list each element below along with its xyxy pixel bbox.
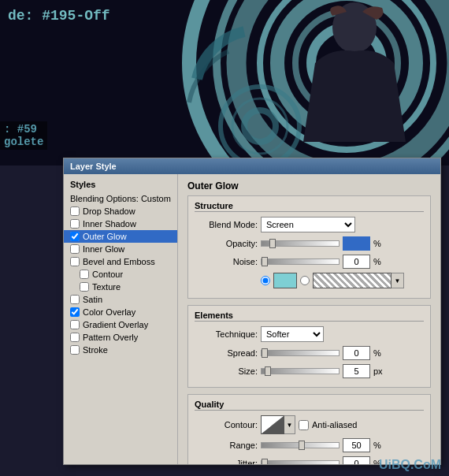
pattern-swatch[interactable] bbox=[313, 273, 391, 288]
structure-section: Structure Blend Mode: Screen Normal Mult… bbox=[187, 195, 431, 299]
opacity-input[interactable]: 15 bbox=[343, 236, 370, 251]
noise-pct: % bbox=[373, 257, 381, 266]
size-label: Size: bbox=[195, 366, 258, 376]
stroke-item[interactable]: Stroke bbox=[64, 344, 177, 356]
color-overlay-item[interactable]: Color Overlay bbox=[64, 306, 177, 318]
range-slider[interactable] bbox=[261, 442, 340, 448]
opacity-row: Opacity: 15 % bbox=[195, 236, 424, 251]
range-pct: % bbox=[373, 441, 381, 450]
spread-slider[interactable] bbox=[261, 350, 340, 356]
elements-section: Elements Technique: Softer Precise Sprea… bbox=[187, 305, 431, 388]
anti-alias-checkbox[interactable] bbox=[299, 420, 309, 430]
elements-subtitle: Elements bbox=[195, 311, 424, 322]
technique-row: Technique: Softer Precise bbox=[195, 326, 424, 342]
contour-checkbox[interactable] bbox=[80, 270, 89, 279]
bevel-emboss-item[interactable]: Bevel and Emboss bbox=[64, 255, 177, 268]
spread-input[interactable] bbox=[343, 346, 370, 360]
blend-mode-label: Blend Mode: bbox=[195, 220, 258, 229]
opacity-label: Opacity: bbox=[195, 239, 258, 248]
watermark: UiBQ.CoM bbox=[379, 458, 441, 472]
layer-style-dialog: Layer Style Styles Blending Options: Cus… bbox=[63, 158, 441, 465]
inner-shadow-checkbox[interactable] bbox=[70, 219, 80, 229]
jitter-slider[interactable] bbox=[261, 460, 340, 464]
outer-glow-title: Outer Glow bbox=[187, 180, 431, 192]
drop-shadow-checkbox[interactable] bbox=[70, 206, 80, 216]
person-silhouette bbox=[291, 0, 417, 165]
noise-row: Noise: % bbox=[195, 255, 424, 269]
technique-select[interactable]: Softer Precise bbox=[261, 326, 324, 342]
stroke-checkbox[interactable] bbox=[70, 345, 80, 355]
inner-shadow-item[interactable]: Inner Shadow bbox=[64, 218, 177, 230]
structure-subtitle: Structure bbox=[195, 201, 424, 212]
contour-dropdown-arrow[interactable]: ▼ bbox=[284, 415, 295, 434]
opacity-slider[interactable] bbox=[261, 240, 340, 247]
solid-color-radio[interactable] bbox=[261, 276, 270, 285]
color-swatch[interactable] bbox=[273, 273, 297, 288]
technique-label: Technique: bbox=[195, 329, 258, 339]
blend-mode-row: Blend Mode: Screen Normal Multiply bbox=[195, 217, 424, 232]
drop-shadow-item[interactable]: Drop Shadow bbox=[64, 205, 177, 218]
outer-glow-checkbox[interactable] bbox=[70, 232, 80, 241]
size-row: Size: px bbox=[195, 364, 424, 378]
styles-panel: Styles Blending Options: Custom Drop Sha… bbox=[64, 174, 178, 464]
noise-label: Noise: bbox=[195, 257, 258, 266]
contour-item[interactable]: Contour bbox=[64, 268, 177, 281]
pattern-overlay-checkbox[interactable] bbox=[70, 333, 80, 342]
size-px: px bbox=[373, 366, 383, 376]
contour-swatch-container: ▼ bbox=[261, 415, 295, 434]
gradient-overlay-checkbox[interactable] bbox=[70, 320, 80, 329]
options-panel: Outer Glow Structure Blend Mode: Screen … bbox=[178, 174, 440, 464]
contour-label: Contour: bbox=[195, 420, 258, 430]
size-slider[interactable] bbox=[261, 368, 340, 374]
inner-glow-item[interactable]: Inner Glow bbox=[64, 243, 177, 255]
range-row: Range: % bbox=[195, 438, 424, 452]
styles-header: Styles bbox=[64, 178, 177, 192]
spread-pct: % bbox=[373, 348, 381, 358]
background-image: de: #195-Off : #59 golete bbox=[0, 0, 449, 165]
pattern-swatch-container: ▼ bbox=[313, 273, 404, 288]
bg-text-line2: : #59 golete bbox=[0, 121, 47, 150]
bg-text-line1: de: #195-Off bbox=[8, 8, 110, 24]
inner-glow-checkbox[interactable] bbox=[70, 244, 80, 254]
texture-checkbox[interactable] bbox=[80, 282, 89, 292]
quality-section: Quality Contour: ▼ bbox=[187, 394, 431, 464]
opacity-pct: % bbox=[373, 239, 381, 248]
contour-thumbnail[interactable] bbox=[261, 415, 284, 434]
dialog-body: Styles Blending Options: Custom Drop Sha… bbox=[64, 174, 440, 464]
blend-mode-select[interactable]: Screen Normal Multiply bbox=[261, 217, 355, 232]
noise-slider[interactable] bbox=[261, 258, 340, 265]
spread-label: Spread: bbox=[195, 348, 258, 358]
texture-item[interactable]: Texture bbox=[64, 281, 177, 293]
contour-row: Contour: ▼ Anti-aliased bbox=[195, 415, 424, 434]
swatch-dropdown-arrow[interactable]: ▼ bbox=[391, 273, 404, 288]
range-label: Range: bbox=[195, 441, 258, 450]
gradient-overlay-item[interactable]: Gradient Overlay bbox=[64, 318, 177, 331]
gradient-radio[interactable] bbox=[300, 276, 310, 285]
satin-item[interactable]: Satin bbox=[64, 293, 177, 306]
range-input[interactable] bbox=[343, 438, 370, 452]
size-input[interactable] bbox=[343, 364, 370, 378]
color-overlay-checkbox[interactable] bbox=[70, 307, 80, 317]
spread-row: Spread: % bbox=[195, 346, 424, 360]
swatch-row: ▼ bbox=[261, 273, 424, 288]
anti-alias-label[interactable]: Anti-aliased bbox=[299, 420, 357, 430]
dialog-titlebar: Layer Style bbox=[64, 158, 440, 174]
blending-options-item[interactable]: Blending Options: Custom bbox=[64, 192, 177, 205]
pattern-overlay-item[interactable]: Pattern Overly bbox=[64, 331, 177, 344]
bevel-emboss-checkbox[interactable] bbox=[70, 257, 80, 266]
noise-input[interactable] bbox=[343, 255, 370, 269]
satin-checkbox[interactable] bbox=[70, 295, 80, 304]
jitter-label: Jitter: bbox=[195, 459, 258, 464]
outer-glow-item[interactable]: Outer Glow bbox=[64, 230, 177, 243]
jitter-input[interactable] bbox=[343, 456, 370, 464]
dialog-title: Layer Style bbox=[70, 162, 117, 171]
quality-subtitle: Quality bbox=[195, 400, 424, 411]
